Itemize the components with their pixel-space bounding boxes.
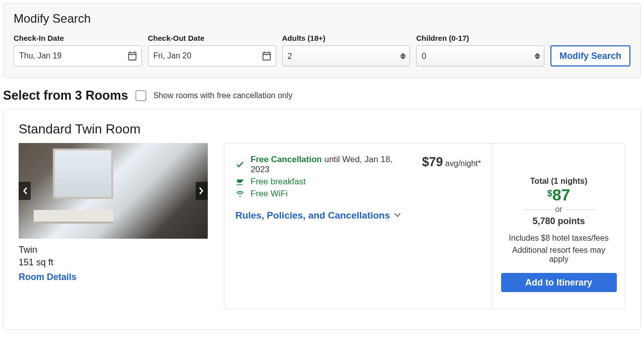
perks-list: Free Cancellation until Wed, Jan 18, 202…: [235, 155, 408, 298]
modify-search-panel: Modify Search Check-In Date Check-Out Da…: [3, 3, 641, 78]
room-offer-card: Free Cancellation until Wed, Jan 18, 202…: [224, 143, 625, 309]
checkin-input[interactable]: [14, 45, 142, 66]
or-divider: or: [524, 205, 594, 214]
room-left-column: Twin 151 sq ft Room Details: [19, 143, 208, 283]
checkout-input[interactable]: [148, 45, 276, 66]
points-price: 5,780 points: [532, 216, 585, 227]
room-body: Twin 151 sq ft Room Details Free Cancell…: [19, 143, 625, 309]
total-label: Total (1 nights): [530, 177, 587, 186]
chevron-right-icon: [199, 187, 204, 194]
rules-policies-link[interactable]: Rules, Policies, and Cancellations: [235, 210, 408, 221]
checkin-field: Check-In Date: [14, 34, 142, 66]
search-row: Check-In Date Check-Out Date Adults (18+…: [14, 34, 630, 66]
total-price: $ 87: [547, 187, 571, 203]
adults-select[interactable]: 2: [282, 45, 411, 66]
photo-next-button[interactable]: [196, 182, 208, 200]
photo-prev-button[interactable]: [19, 182, 31, 200]
coffee-icon: [235, 177, 245, 186]
calendar-icon: [127, 50, 138, 61]
price-summary: Total (1 nights) $ 87 or 5,780 points In…: [492, 144, 625, 309]
room-info: Free Cancellation until Wed, Jan 18, 202…: [224, 144, 492, 309]
checkout-label: Check-Out Date: [148, 34, 276, 42]
avg-price: $79 avg/night*: [422, 155, 481, 298]
checkout-field: Check-Out Date: [148, 34, 276, 66]
perk-free-cancellation: Free Cancellation until Wed, Jan 18, 202…: [235, 155, 408, 175]
calendar-icon: [261, 50, 272, 61]
children-select[interactable]: 0: [416, 45, 544, 66]
adults-label: Adults (18+): [282, 34, 411, 42]
select-rooms-heading: Select from 3 Rooms: [3, 88, 128, 103]
room-bed-type: Twin: [19, 244, 208, 256]
rooms-panel: Standard Twin Room Twin 151 sq ft Room D…: [3, 109, 641, 330]
checkin-label: Check-In Date: [14, 34, 142, 42]
chevron-left-icon: [22, 187, 27, 194]
chevron-down-icon: [394, 213, 401, 218]
perk-free-wifi: Free WiFi: [235, 189, 408, 199]
free-cancellation-label: Show rooms with free cancellation only: [153, 91, 293, 100]
perk-free-breakfast: Free breakfast: [235, 177, 408, 187]
children-field: Children (0-17) 0: [416, 34, 544, 66]
check-icon: [235, 160, 245, 169]
adults-field: Adults (18+) 2: [282, 34, 411, 66]
taxes-fees-text: Includes $8 hotel taxes/fees: [509, 234, 608, 243]
modify-search-heading: Modify Search: [14, 12, 630, 26]
resort-fees-text: Additional resort fees may apply: [509, 246, 609, 264]
add-to-itinerary-button[interactable]: Add to Itinerary: [501, 273, 617, 292]
room-size: 151 sq ft: [19, 256, 208, 269]
svg-point-0: [239, 195, 240, 196]
select-rooms-header: Select from 3 Rooms Show rooms with free…: [3, 88, 641, 103]
room-details-link[interactable]: Room Details: [19, 272, 76, 283]
children-label: Children (0-17): [416, 34, 544, 42]
modify-search-button[interactable]: Modify Search: [550, 45, 630, 66]
room-name: Standard Twin Room: [19, 121, 625, 137]
room-photo: [19, 143, 208, 239]
wifi-icon: [235, 189, 245, 198]
free-cancellation-checkbox[interactable]: [135, 90, 146, 101]
